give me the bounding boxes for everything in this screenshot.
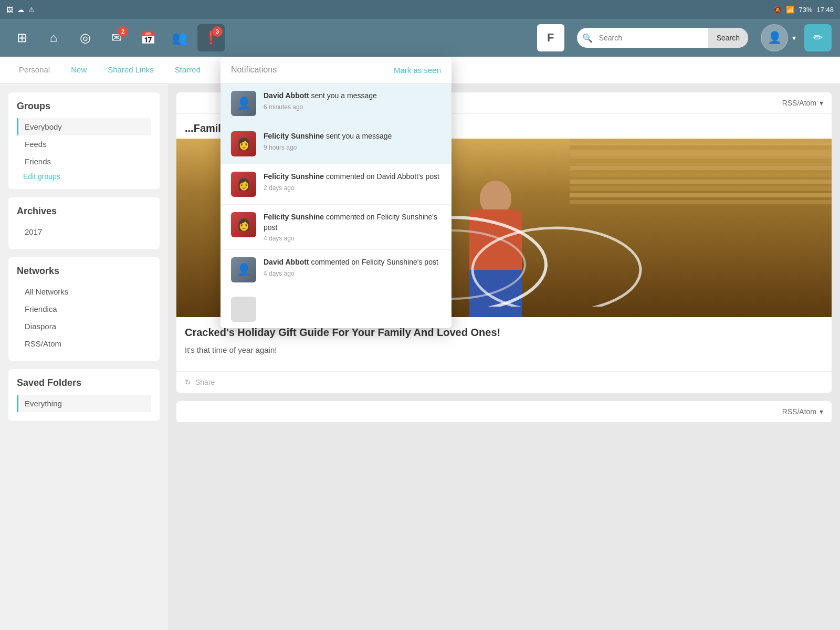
feed-card-2-header: RSS/Atom ▾ xyxy=(176,401,832,423)
warning-icon: ⚠ xyxy=(28,6,35,14)
grid-icon: ⊞ xyxy=(17,30,27,45)
status-bar-left: 🖼 ☁ ⚠ xyxy=(6,6,35,14)
notif-time-4: 4 days ago xyxy=(264,270,441,277)
sidebar-groups-section: Groups Everybody Feeds Friends Edit grou… xyxy=(8,92,160,189)
status-bar: 🖼 ☁ ⚠ 🔕 📶 73% 17:48 xyxy=(0,0,840,19)
search-input[interactable] xyxy=(593,34,708,42)
feed-card-2: RSS/Atom ▾ xyxy=(176,401,832,423)
sidebar-item-everybody[interactable]: Everybody xyxy=(17,118,151,135)
share-icon: ↻ xyxy=(185,378,191,386)
sidebar-item-rss-atom[interactable]: RSS/Atom xyxy=(17,335,151,352)
chevron-down-icon-2: ▾ xyxy=(820,407,823,416)
time-text: 17:48 xyxy=(816,6,834,14)
home-icon: ⌂ xyxy=(50,30,58,45)
notif-action-1: sent you a message xyxy=(326,132,392,140)
notification-item-4[interactable]: 👤 David Abbott commented on Felicity Sun… xyxy=(220,250,452,290)
notif-avatar-4: 👤 xyxy=(231,257,256,282)
notif-content-4: David Abbott commented on Felicity Sunsh… xyxy=(264,257,441,277)
notif-name-3: Felicity Sunshine xyxy=(264,213,324,221)
notif-content-0: David Abbott sent you a message 6 minute… xyxy=(264,91,441,111)
grid-nav-button[interactable]: ⊞ xyxy=(8,24,36,51)
notifications-title: Notifications xyxy=(231,65,277,75)
search-icon: 🔍 xyxy=(577,33,593,43)
top-nav: ⊞ ⌂ ◎ ✉ 2 📅 👥 ❗ 3 F 🔍 Search 👤 ▾ ✏ xyxy=(0,19,840,57)
sidebar-groups-title: Groups xyxy=(17,101,151,112)
mark-as-seen-button[interactable]: Mark as seen xyxy=(394,66,441,75)
mute-icon: 🔕 xyxy=(773,6,782,14)
notif-action-2: commented on David Abbott's post xyxy=(326,172,439,181)
notification-item-3[interactable]: 👩 Felicity Sunshine commented on Felicit… xyxy=(220,205,452,250)
tab-personal[interactable]: Personal xyxy=(8,57,60,84)
notification-item-2[interactable]: 👩 Felicity Sunshine commented on David A… xyxy=(220,164,452,205)
chevron-down-icon: ▾ xyxy=(820,99,823,107)
tab-starred[interactable]: Starred xyxy=(164,57,211,84)
globe-icon: ◎ xyxy=(80,30,91,45)
notif-name-4: David Abbott xyxy=(264,258,309,266)
notif-content-1: Felicity Sunshine sent you a message 9 h… xyxy=(264,131,441,151)
mail-nav-button[interactable]: ✉ 2 xyxy=(103,24,130,51)
notif-avatar-0: 👤 xyxy=(231,91,256,116)
rss-atom-button-2[interactable]: RSS/Atom ▾ xyxy=(782,407,823,416)
feed-post-text: It's that time of year again! xyxy=(185,345,823,354)
calendar-icon: 📅 xyxy=(140,30,156,45)
alert-badge: 3 xyxy=(212,26,223,37)
avatar-button[interactable]: 👤 xyxy=(761,24,788,51)
share-label[interactable]: Share xyxy=(195,378,215,386)
sidebar-item-2017[interactable]: 2017 xyxy=(17,223,151,240)
notification-item-0[interactable]: 👤 David Abbott sent you a message 6 minu… xyxy=(220,83,452,124)
notif-action-0: sent you a message xyxy=(311,91,376,100)
svg-point-2 xyxy=(472,228,640,307)
notif-time-1: 9 hours ago xyxy=(264,144,441,151)
notif-avatar-2: 👩 xyxy=(231,172,256,197)
alert-nav-button[interactable]: ❗ 3 xyxy=(197,24,225,51)
search-button[interactable]: Search xyxy=(708,28,748,48)
notif-time-2: 2 days ago xyxy=(264,184,441,192)
photo-icon: 🖼 xyxy=(6,6,13,14)
rss-label: RSS/Atom xyxy=(782,99,816,107)
notif-more-avatar xyxy=(231,297,256,322)
notifications-dropdown: Notifications Notifications Mark as seen… xyxy=(220,57,452,328)
notif-more xyxy=(220,290,452,328)
search-bar: 🔍 Search xyxy=(577,28,748,48)
sidebar-item-all-networks[interactable]: All Networks xyxy=(17,283,151,300)
user-avatar: 👤 xyxy=(762,25,787,50)
sidebar-item-diaspora[interactable]: Diaspora xyxy=(17,318,151,335)
notif-time-3: 4 days ago xyxy=(264,235,441,242)
tab-new[interactable]: New xyxy=(60,57,97,84)
sidebar-item-everything[interactable]: Everything xyxy=(17,395,151,412)
nav-logo: F xyxy=(537,24,564,51)
status-bar-right: 🔕 📶 73% 17:48 xyxy=(773,6,834,14)
notif-avatar-3: 👩 xyxy=(231,212,256,237)
notif-name-2: Felicity Sunshine xyxy=(264,172,324,181)
sidebar-item-friends[interactable]: Friends xyxy=(17,153,151,170)
sidebar-archives-section: Archives 2017 xyxy=(8,197,160,249)
rss-label-2: RSS/Atom xyxy=(782,407,816,416)
sidebar-networks-title: Networks xyxy=(17,266,151,277)
calendar-nav-button[interactable]: 📅 xyxy=(134,24,162,51)
notifications-header: Notifications Mark as seen xyxy=(220,57,452,83)
notif-name-0: David Abbott xyxy=(264,91,309,100)
sidebar: Groups Everybody Feeds Friends Edit grou… xyxy=(0,84,168,630)
wifi-icon: 📶 xyxy=(786,6,794,14)
notif-content-3: Felicity Sunshine commented on Felicity … xyxy=(264,212,441,242)
sidebar-archives-title: Archives xyxy=(17,206,151,217)
globe-nav-button[interactable]: ◎ xyxy=(71,24,99,51)
sidebar-saved-folders-section: Saved Folders Everything xyxy=(8,369,160,421)
cloud-icon: ☁ xyxy=(17,6,24,14)
people-nav-button[interactable]: 👥 xyxy=(166,24,193,51)
edit-groups-link[interactable]: Edit groups xyxy=(17,170,151,181)
compose-button[interactable]: ✏ xyxy=(804,24,832,51)
rss-atom-button[interactable]: RSS/Atom ▾ xyxy=(782,99,823,107)
notification-item-1[interactable]: 👩 Felicity Sunshine sent you a message 9… xyxy=(220,124,452,164)
notif-time-0: 6 minutes ago xyxy=(264,103,441,111)
notif-content-2: Felicity Sunshine commented on David Abb… xyxy=(264,172,441,192)
tab-shared-links[interactable]: Shared Links xyxy=(97,57,164,84)
home-nav-button[interactable]: ⌂ xyxy=(40,24,67,51)
chevron-down-icon: ▾ xyxy=(792,34,796,42)
battery-text: 73% xyxy=(799,6,812,14)
sidebar-networks-section: Networks All Networks Friendica Diaspora… xyxy=(8,257,160,361)
notif-avatar-1: 👩 xyxy=(231,131,256,156)
notif-action-4: commented on Felicity Sunshine's post xyxy=(311,258,438,266)
sidebar-item-friendica[interactable]: Friendica xyxy=(17,300,151,318)
sidebar-item-feeds[interactable]: Feeds xyxy=(17,135,151,153)
